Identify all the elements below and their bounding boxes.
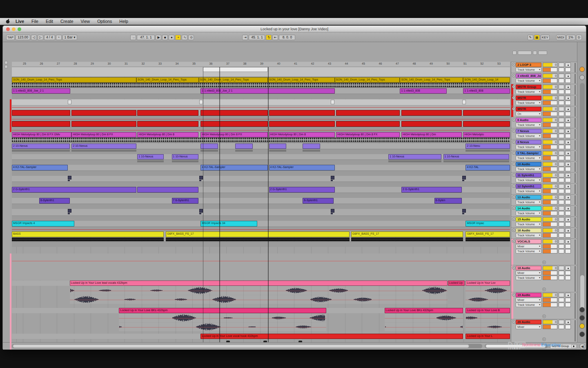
- arrangement-timeline[interactable]: 2526272829303132333435363738394041424344…: [12, 62, 510, 350]
- solo-button[interactable]: [565, 151, 571, 155]
- draw-mode-button[interactable]: ✎: [528, 35, 533, 40]
- horizontal-scrollbar-thumb[interactable]: [13, 344, 469, 348]
- clip[interactable]: MSGR Impac: [466, 221, 510, 227]
- track-header[interactable]: 2 LOOP 30Track Volume▾: [511, 62, 577, 73]
- track-header[interactable]: 16 Audio0Track Volume▾: [511, 227, 577, 238]
- track-volume-slider[interactable]: 0: [543, 107, 557, 111]
- clip[interactable]: [12, 110, 70, 116]
- track-row[interactable]: [12, 254, 510, 280]
- automation-value-slider[interactable]: [543, 67, 557, 72]
- arm-button[interactable]: [512, 74, 515, 77]
- track-activator-button[interactable]: [559, 96, 564, 100]
- track-header[interactable]: 8 Nexus0Track Volume▾: [511, 139, 577, 150]
- track-volume-slider[interactable]: 0: [543, 151, 557, 155]
- automation-value-slider[interactable]: [543, 244, 557, 249]
- track-row[interactable]: [12, 176, 510, 182]
- zoom-in-button[interactable]: [579, 315, 585, 321]
- clip[interactable]: HIGH Melodyloop 80 | Dm 8 FX: [336, 132, 400, 137]
- lane-button[interactable]: [559, 145, 564, 149]
- tempo-field[interactable]: 123.00: [16, 35, 30, 40]
- lane-button[interactable]: [565, 178, 571, 182]
- group-clip-marker[interactable]: [462, 100, 466, 104]
- track-row[interactable]: [12, 215, 510, 221]
- track-name[interactable]: 15 Audio: [516, 217, 541, 222]
- lane-button[interactable]: [559, 200, 564, 204]
- track-activator-button[interactable]: [559, 74, 564, 78]
- track-name[interactable]: 20 Audio: [516, 320, 541, 324]
- arm-button[interactable]: [512, 151, 515, 155]
- track-name[interactable]: 6 Audio: [516, 118, 541, 122]
- lane-button[interactable]: [565, 325, 571, 329]
- track-row[interactable]: Locked Up in Your Love BKs 432bpmLocked …: [12, 308, 510, 313]
- automation-line[interactable]: [12, 107, 510, 108]
- overdub-button[interactable]: +: [175, 35, 181, 40]
- track-row[interactable]: [12, 94, 510, 99]
- lane-button[interactable]: [565, 145, 571, 149]
- track-name[interactable]: VOCALS: [516, 239, 541, 244]
- track-row[interactable]: [12, 295, 510, 304]
- clip[interactable]: 6-Sylenth1: [303, 198, 334, 204]
- menu-item-file[interactable]: File: [28, 19, 42, 24]
- track-row[interactable]: [12, 209, 510, 215]
- clip[interactable]: [137, 187, 198, 193]
- track-name[interactable]: 10 Audio: [516, 162, 541, 166]
- arm-button[interactable]: [512, 173, 515, 177]
- clip[interactable]: [269, 144, 287, 149]
- track-row[interactable]: [12, 110, 510, 116]
- automation-control-chooser[interactable]: Track Volume▾: [516, 134, 541, 138]
- vocal-waveform[interactable]: [385, 323, 463, 331]
- solo-button[interactable]: [565, 107, 571, 111]
- track-volume-slider[interactable]: 0: [543, 63, 557, 67]
- arm-button[interactable]: [512, 63, 515, 66]
- lane-button[interactable]: [559, 156, 564, 160]
- automation-control-chooser[interactable]: Track Volume▾: [516, 200, 541, 204]
- vocal-waveform[interactable]: [466, 314, 510, 322]
- track-row[interactable]: 1 1-xited3_808_Joe_2 11 1-xited3_808_Joe…: [12, 88, 510, 94]
- menu-item-edit[interactable]: Edit: [42, 19, 57, 24]
- automation-control-chooser[interactable]: Mixer▾: [516, 244, 541, 249]
- track-header[interactable]: 12 Sylenth10Track Volume▾: [511, 183, 577, 194]
- track-row[interactable]: [12, 204, 510, 209]
- arm-button[interactable]: [512, 107, 515, 110]
- track-volume-slider[interactable]: 0: [543, 320, 557, 324]
- automation-value-slider[interactable]: [543, 200, 557, 204]
- clip[interactable]: HIGH Melodyloop 80 | Dm: [401, 132, 462, 137]
- clip[interactable]: 2 G-Sylenth1: [401, 187, 462, 193]
- automation-value-slider[interactable]: [543, 167, 557, 171]
- midi-map-button[interactable]: MIDI: [556, 35, 566, 40]
- clip[interactable]: Locked Up in Your Love lead vocals 432bp…: [70, 280, 448, 286]
- lane-button[interactable]: [565, 233, 571, 238]
- nudge-up-button[interactable]: ▷: [38, 35, 43, 40]
- track-volume-slider[interactable]: 0: [543, 85, 557, 89]
- clip[interactable]: HIGH Melodyloop 80 | Dm 8 FX: [71, 132, 136, 137]
- follow-scroll-button[interactable]: [579, 323, 585, 329]
- arm-button[interactable]: [512, 229, 515, 232]
- lane-button[interactable]: [565, 244, 571, 249]
- track-activator-button[interactable]: [559, 151, 564, 155]
- track-volume-slider[interactable]: 0: [543, 195, 557, 200]
- arrangement-position-field[interactable]: 47. 1. 1: [137, 35, 155, 40]
- track-row[interactable]: [12, 182, 510, 187]
- automation-control-chooser[interactable]: Track Volume▾: [516, 303, 541, 307]
- clip[interactable]: Locked Up in Your Love vocal hook 432bpm: [200, 334, 463, 339]
- clip[interactable]: 6-Sylen: [434, 198, 462, 204]
- panel-scrollbar[interactable]: [485, 344, 548, 348]
- horizontal-scrollbar[interactable]: [12, 344, 482, 348]
- clip[interactable]: [336, 121, 400, 127]
- clip[interactable]: [137, 110, 198, 116]
- clip[interactable]: G6FX_BASS_FS_17: [351, 231, 463, 237]
- automation-value-slider[interactable]: [543, 79, 557, 83]
- clip[interactable]: SON_140_Drum_Loop_14_Perc_Tops: [12, 77, 136, 83]
- clip[interactable]: [463, 121, 510, 127]
- lane-button[interactable]: [559, 222, 564, 227]
- clip[interactable]: Locked Up in Your Lov: [466, 280, 510, 286]
- track-volume-slider[interactable]: 0: [543, 74, 557, 78]
- track-header[interactable]: 20 Audio0Mixer▾+: [511, 319, 577, 342]
- automation-control-chooser[interactable]: Mixer▾: [516, 271, 541, 275]
- lane-button[interactable]: [559, 249, 564, 254]
- clip[interactable]: 2 10-Nexu: [466, 144, 510, 149]
- lane-button[interactable]: [565, 101, 571, 105]
- track-volume-slider[interactable]: 0: [543, 184, 557, 188]
- track-activator-button[interactable]: [559, 63, 564, 67]
- track-name[interactable]: 19 Audio: [516, 293, 541, 297]
